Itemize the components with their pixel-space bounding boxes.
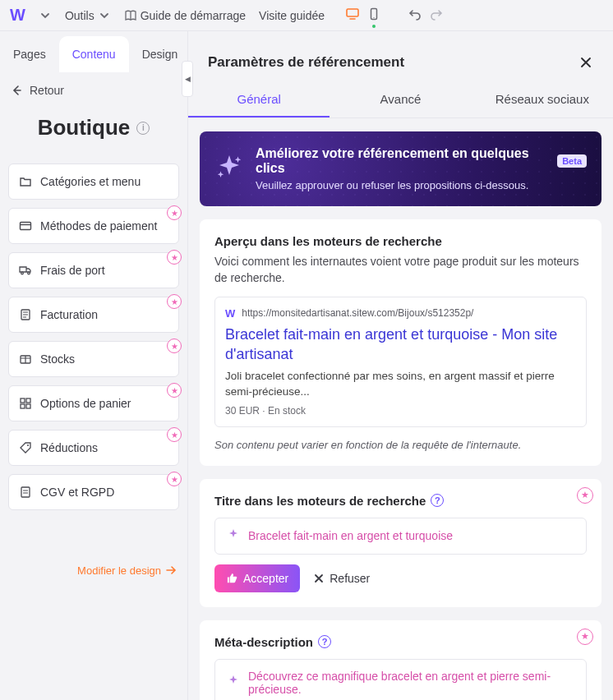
page-title: Boutique i: [0, 115, 187, 140]
grid-icon: [19, 397, 32, 410]
star-badge-icon: ★: [167, 294, 182, 309]
subtab-social[interactable]: Réseaux sociaux: [472, 82, 613, 117]
chevron-down-icon[interactable]: [39, 9, 52, 22]
left-tabs: Pages Contenu Design: [0, 31, 187, 72]
close-icon: [313, 573, 325, 584]
refuse-label: Refuser: [330, 572, 370, 585]
nav-label: Réductions: [40, 441, 98, 454]
title-suggestion: Bracelet fait-main en argent et turquois…: [214, 518, 587, 555]
svg-point-5: [28, 272, 30, 274]
folder-icon: [19, 175, 32, 188]
tools-menu[interactable]: Outils: [65, 9, 111, 22]
mobile-view-icon[interactable]: [367, 7, 380, 23]
star-badge-icon: ★: [577, 629, 593, 645]
star-badge-icon: ★: [167, 338, 182, 353]
accept-button[interactable]: Accepter: [214, 564, 300, 592]
suggestion-text: Découvrez ce magnifique bracelet en arge…: [248, 670, 574, 696]
serp-meta: 30 EUR · En stock: [225, 405, 576, 417]
title-card: ★ Titre dans les moteurs de recherche ? …: [200, 479, 601, 607]
undo-icon[interactable]: [408, 7, 422, 23]
promo-subtitle: Veuillez approuver ou refuser les propos…: [256, 179, 587, 191]
nav-categories[interactable]: Catégories et menu: [8, 163, 179, 200]
nav-list: Catégories et menu Méthodes de paiement …: [0, 140, 187, 510]
svg-rect-13: [21, 487, 30, 497]
nav-stock[interactable]: Stocks ★: [8, 341, 179, 377]
panel-content: Améliorez votre référencement en quelque…: [188, 118, 613, 700]
suggestion-text: Bracelet fait-main en argent et turquois…: [248, 529, 453, 542]
subtab-general[interactable]: Général: [188, 82, 330, 117]
promo-banner: Améliorez votre référencement en quelque…: [200, 131, 601, 206]
sparkle-icon: [214, 153, 244, 185]
serp-description: Joli bracelet confectionné par mes soins…: [225, 369, 576, 400]
sparkle-icon: [227, 675, 240, 690]
redo-icon[interactable]: [430, 7, 443, 23]
star-badge-icon: ★: [167, 427, 182, 442]
preview-card: Aperçu dans les moteurs de recherche Voi…: [200, 219, 601, 466]
nav-label: Options de panier: [40, 397, 131, 410]
accept-label: Accepter: [243, 572, 288, 585]
nav-label: Frais de port: [40, 264, 105, 277]
serp-url: https://monsitedartisanat.sitew.com/Bijo…: [242, 307, 473, 319]
refuse-button[interactable]: Refuser: [310, 564, 373, 592]
meta-label: Méta-description: [214, 635, 313, 649]
collapse-handle[interactable]: ◀: [182, 61, 193, 97]
credit-card-icon: [19, 219, 32, 233]
sparkle-icon: [227, 528, 240, 544]
nav-billing[interactable]: Facturation ★: [8, 297, 179, 333]
svg-rect-11: [26, 404, 30, 408]
app-logo[interactable]: W: [10, 6, 25, 25]
help-icon[interactable]: ?: [318, 635, 331, 648]
back-label: Retour: [30, 84, 64, 97]
svg-point-2: [373, 17, 374, 18]
box-icon: [19, 352, 32, 366]
nav-label: CGV et RGPD: [40, 486, 114, 499]
modify-design-link[interactable]: Modifier le design: [77, 564, 177, 577]
nav-label: Facturation: [40, 308, 98, 321]
tour-label: Visite guidée: [259, 9, 325, 22]
guide-link[interactable]: Guide de démarrage: [124, 9, 246, 22]
serp-title: Bracelet fait-main en argent et turquois…: [225, 325, 576, 365]
svg-rect-3: [21, 223, 31, 230]
tour-link[interactable]: Visite guidée: [259, 9, 325, 22]
svg-rect-10: [21, 404, 25, 408]
tools-label: Outils: [65, 9, 94, 22]
star-badge-icon: ★: [167, 250, 182, 265]
star-badge-icon: ★: [577, 487, 593, 504]
serp-preview: W https://monsitedartisanat.sitew.com/Bi…: [214, 297, 587, 427]
status-dot-icon: [372, 25, 376, 28]
svg-point-4: [21, 272, 24, 274]
preview-subtitle: Voici comment les internautes voient vot…: [214, 253, 587, 287]
beta-badge: Beta: [557, 154, 587, 168]
info-icon[interactable]: i: [136, 122, 150, 135]
nav-discounts[interactable]: Réductions ★: [8, 430, 179, 466]
svg-point-12: [27, 444, 29, 446]
star-badge-icon: ★: [167, 383, 182, 398]
close-icon[interactable]: [578, 55, 593, 70]
invoice-icon: [19, 308, 32, 321]
back-button[interactable]: Retour: [0, 72, 187, 97]
subtab-advanced[interactable]: Avancé: [330, 82, 471, 117]
meta-card: ★ Méta-description ? Découvrez ce magnif…: [200, 620, 601, 700]
tab-pages[interactable]: Pages: [0, 36, 59, 72]
arrow-right-icon: [164, 564, 177, 577]
seo-panel: Paramètres de référencement Général Avan…: [187, 31, 613, 700]
nav-label: Catégories et menu: [40, 175, 141, 188]
nav-label: Méthodes de paiement: [40, 219, 157, 233]
tab-content[interactable]: Contenu: [59, 36, 129, 72]
nav-payment[interactable]: Méthodes de paiement ★: [8, 208, 179, 244]
nav-cgv[interactable]: CGV et RGPD ★: [8, 474, 179, 510]
nav-shipping[interactable]: Frais de port ★: [8, 252, 179, 288]
title-label: Titre dans les moteurs de recherche: [214, 494, 426, 508]
panel-title: Paramètres de référencement: [208, 54, 404, 71]
arrow-left-icon: [10, 84, 23, 97]
thumbs-up-icon: [226, 572, 238, 584]
tag-icon: [19, 441, 32, 454]
guide-label: Guide de démarrage: [141, 9, 246, 22]
promo-title: Améliorez votre référencement en quelque…: [256, 146, 551, 176]
svg-rect-0: [347, 9, 358, 16]
chevron-down-icon: [98, 9, 111, 22]
desktop-view-icon[interactable]: [346, 7, 359, 23]
nav-cart-options[interactable]: Options de panier ★: [8, 385, 179, 421]
truck-icon: [19, 264, 32, 277]
help-icon[interactable]: ?: [431, 494, 444, 507]
